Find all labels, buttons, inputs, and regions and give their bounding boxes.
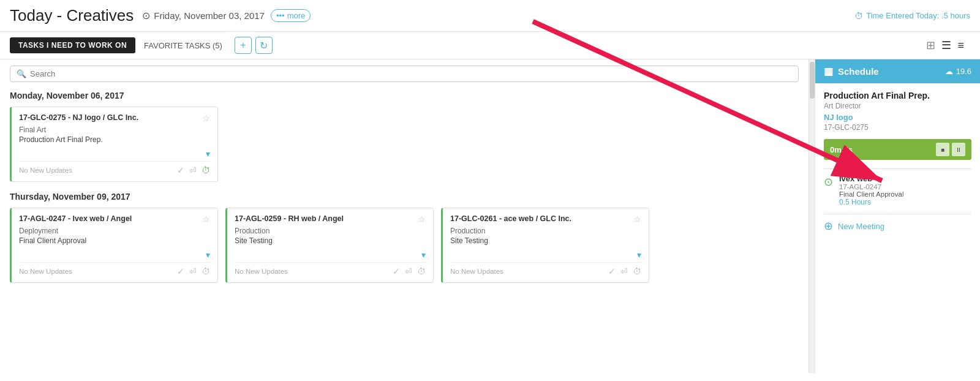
more-dots-icon: ••• xyxy=(276,11,285,20)
expand-icon[interactable]: ▾ xyxy=(235,250,426,260)
active-task-title: Production Art Final Prep. xyxy=(824,91,971,100)
task-card-desc: Site Testing xyxy=(235,236,426,245)
active-task: Production Art Final Prep. Art Director … xyxy=(824,91,971,132)
weather-icon: ☁ xyxy=(945,67,953,76)
expand-icon[interactable]: ▾ xyxy=(450,250,641,260)
task-card-desc: Site Testing xyxy=(450,236,641,245)
page-title: Today - Creatives xyxy=(10,6,134,25)
footer-text: No New Updates xyxy=(19,268,177,275)
header-date: Friday, November 03, 2017 xyxy=(154,10,265,21)
temperature: 19.6 xyxy=(956,67,971,76)
footer-text: No New Updates xyxy=(235,268,393,275)
new-meeting-button[interactable]: ⊕ New Meeting xyxy=(824,219,971,233)
monday-heading: Monday, November 06, 2017 xyxy=(10,91,799,100)
thursday-heading: Thursday, November 09, 2017 xyxy=(10,192,799,202)
active-task-role: Art Director xyxy=(824,102,971,110)
check-icon[interactable]: ✓ xyxy=(608,266,616,276)
timer-pause-button[interactable]: ⏸ xyxy=(952,143,965,156)
timeline-desc: Final Client Approval xyxy=(839,190,971,198)
schedule-header: ▦ Schedule ☁ 19.6 xyxy=(815,59,980,83)
task-card: 17-GLC-0275 - NJ logo / GLC Inc. ☆ Final… xyxy=(10,107,218,182)
active-task-link[interactable]: NJ logo xyxy=(824,113,971,122)
more-label: more xyxy=(287,11,306,20)
list-view-icon[interactable]: ☰ xyxy=(941,39,951,52)
comment-icon[interactable]: ⏎ xyxy=(405,266,412,276)
task-card: 17-AGL-0259 - RH web / Angel ☆ Productio… xyxy=(225,208,434,283)
timeline-item: ⊙ Ivex web 17-AGL-0247 Final Client Appr… xyxy=(824,174,971,206)
task-card-sub: Deployment xyxy=(19,227,210,235)
timer-display: 0m 5s xyxy=(830,145,853,154)
time-entered: ⏱ Time Entered Today: .5 hours xyxy=(854,11,970,21)
task-card-title: 17-AGL-0259 - RH web / Angel xyxy=(235,214,418,223)
task-card-sub: Production xyxy=(235,227,426,235)
check-icon[interactable]: ✓ xyxy=(177,266,184,276)
time-icon[interactable]: ⏱ xyxy=(202,266,210,276)
footer-text: No New Updates xyxy=(450,268,608,275)
search-box[interactable]: 🔍 xyxy=(10,66,799,82)
task-card-sub: Final Art xyxy=(19,126,210,134)
schedule-panel: ▦ Schedule ☁ 19.6 Production Art Final P… xyxy=(815,59,980,373)
task-card: 17-AGL-0247 - Ivex web / Angel ☆ Deploym… xyxy=(10,208,218,283)
add-button[interactable]: + xyxy=(235,37,252,54)
tab-tasks-i-need[interactable]: TASKS I NEED TO WORK ON xyxy=(10,37,135,53)
schedule-icon: ▦ xyxy=(824,66,833,77)
clock-icon: ⏱ xyxy=(854,11,863,21)
timer-stop-button[interactable]: ■ xyxy=(936,143,949,156)
task-card-sub: Production xyxy=(450,227,641,235)
timeline-hours[interactable]: 0.5 Hours xyxy=(839,198,971,206)
star-icon[interactable]: ☆ xyxy=(202,113,210,123)
time-icon[interactable]: ⏱ xyxy=(633,266,641,276)
search-input[interactable] xyxy=(30,69,792,78)
check-icon[interactable]: ✓ xyxy=(177,165,184,175)
expand-icon[interactable]: ▾ xyxy=(19,149,210,159)
footer-text: No New Updates xyxy=(19,167,177,174)
task-card-title: 17-AGL-0247 - Ivex web / Angel xyxy=(19,214,202,223)
check-icon[interactable]: ✓ xyxy=(393,266,400,276)
search-icon: 🔍 xyxy=(17,69,26,78)
comment-icon[interactable]: ⏎ xyxy=(189,266,197,276)
refresh-button[interactable]: ↻ xyxy=(255,37,273,54)
timer-bar: 0m 5s ■ ⏸ xyxy=(824,139,971,160)
star-icon[interactable]: ☆ xyxy=(633,214,641,224)
calendar-icon: ⊙ xyxy=(142,10,150,21)
star-icon[interactable]: ☆ xyxy=(202,214,210,224)
detail-view-icon[interactable]: ≡ xyxy=(957,39,964,52)
expand-icon[interactable]: ▾ xyxy=(19,250,210,260)
task-card-desc: Final Client Approval xyxy=(19,236,210,245)
task-card-title: 17-GLC-0275 - NJ logo / GLC Inc. xyxy=(19,113,202,122)
task-card: 17-GLC-0261 - ace web / GLC Inc. ☆ Produ… xyxy=(441,208,649,283)
schedule-title: Schedule xyxy=(838,66,879,77)
grid-view-icon[interactable]: ⊞ xyxy=(926,39,935,52)
comment-icon[interactable]: ⏎ xyxy=(189,165,197,175)
task-card-title: 17-GLC-0261 - ace web / GLC Inc. xyxy=(450,214,633,223)
comment-icon[interactable]: ⏎ xyxy=(620,266,628,276)
time-icon[interactable]: ⏱ xyxy=(202,165,210,175)
timeline-clock-icon: ⊙ xyxy=(824,175,833,189)
active-task-id: 17-GLC-0275 xyxy=(824,123,971,132)
tab-favorite-tasks[interactable]: FAVORITE TASKS (5) xyxy=(135,37,231,54)
task-card-desc: Production Art Final Prep. xyxy=(19,135,210,144)
new-meeting-label: New Meeting xyxy=(838,222,884,231)
timeline-id: 17-AGL-0247 xyxy=(839,183,971,190)
time-icon[interactable]: ⏱ xyxy=(417,266,426,276)
more-button[interactable]: ••• more xyxy=(271,9,311,22)
plus-circle-icon: ⊕ xyxy=(824,219,833,233)
star-icon[interactable]: ☆ xyxy=(418,214,426,224)
timeline-title: Ivex web xyxy=(839,174,971,183)
